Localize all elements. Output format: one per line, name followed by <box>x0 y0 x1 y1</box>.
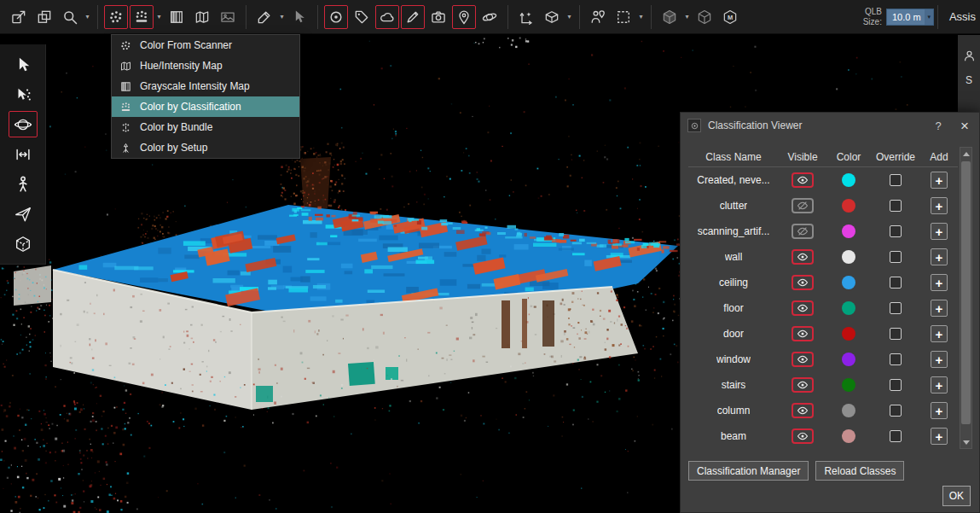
ok-button[interactable]: OK <box>942 486 971 506</box>
override-checkbox[interactable] <box>890 174 902 186</box>
visibility-toggle[interactable] <box>792 172 814 188</box>
cloud-button[interactable] <box>375 5 399 29</box>
reload-classes-button[interactable]: Reload Classes <box>815 461 904 481</box>
hue-map-button[interactable] <box>190 5 214 29</box>
visibility-toggle[interactable] <box>792 377 814 393</box>
scrollbar-track[interactable] <box>960 160 971 436</box>
visibility-toggle[interactable] <box>792 352 814 367</box>
panel-titlebar[interactable]: Classification Viewer ? × <box>681 113 979 138</box>
add-button[interactable]: + <box>931 402 948 419</box>
grayscale-map-button[interactable] <box>165 5 188 29</box>
duplicate-view-button[interactable] <box>32 5 56 29</box>
add-button[interactable]: + <box>931 376 948 393</box>
pick-cursor-button[interactable] <box>287 5 311 29</box>
color-swatch[interactable] <box>842 199 855 213</box>
scroll-up-button[interactable] <box>960 148 971 160</box>
chevron-down-icon[interactable]: ▾ <box>84 13 91 20</box>
visibility-toggle[interactable] <box>792 326 814 341</box>
menu-item-grayscale-map[interactable]: Grayscale Intensity Map <box>112 76 299 96</box>
location-pin-button[interactable] <box>452 5 476 29</box>
visibility-toggle[interactable] <box>792 249 814 265</box>
visibility-toggle[interactable] <box>792 300 814 316</box>
import-project-button[interactable] <box>7 5 31 29</box>
menu-item-color-by-setup[interactable]: Color by Setup <box>112 137 299 158</box>
tag-button[interactable] <box>350 5 374 29</box>
visibility-toggle[interactable] <box>792 403 814 418</box>
menu-item-color-from-scanner[interactable]: Color From Scanner <box>112 35 299 55</box>
zoom-button[interactable] <box>58 5 82 29</box>
chevron-down-icon[interactable]: ▾ <box>683 13 691 20</box>
selection-box-button[interactable] <box>612 5 635 29</box>
chevron-down-icon[interactable]: ▾ <box>565 13 573 20</box>
add-button[interactable]: + <box>931 274 948 291</box>
add-button[interactable]: + <box>931 300 948 317</box>
pan-button[interactable] <box>9 141 38 167</box>
visibility-toggle[interactable] <box>792 224 814 239</box>
color-swatch[interactable] <box>842 173 855 187</box>
coordinate-axes-button[interactable] <box>514 5 538 29</box>
add-button[interactable]: + <box>931 223 948 240</box>
user-icon[interactable] <box>962 49 977 63</box>
color-swatch[interactable] <box>842 301 855 315</box>
pano-image-button[interactable] <box>216 5 240 29</box>
scroll-down-button[interactable] <box>960 436 971 448</box>
color-by-classification-button[interactable] <box>130 5 154 29</box>
help-button[interactable]: ? <box>930 120 947 132</box>
marker-pen-button[interactable] <box>252 5 276 29</box>
override-checkbox[interactable] <box>890 379 902 391</box>
target-button[interactable] <box>324 5 348 29</box>
color-swatch[interactable] <box>842 250 855 264</box>
cube-outline-button[interactable] <box>693 5 716 29</box>
orbit-tool-button[interactable] <box>478 5 502 29</box>
menu-item-color-by-classification[interactable]: Color by Classification <box>112 96 299 117</box>
add-button[interactable]: + <box>931 428 948 445</box>
scrollbar[interactable] <box>960 147 972 449</box>
orbit-navigation-button[interactable] <box>9 111 38 137</box>
add-button[interactable]: + <box>931 325 948 342</box>
override-checkbox[interactable] <box>890 353 902 365</box>
color-swatch[interactable] <box>842 429 855 443</box>
clip-grid-button[interactable] <box>540 5 564 29</box>
override-checkbox[interactable] <box>890 277 902 289</box>
close-button[interactable]: × <box>954 119 976 133</box>
add-button[interactable]: + <box>931 248 948 265</box>
annotate-pen-button[interactable] <box>401 5 425 29</box>
color-swatch[interactable] <box>842 378 855 392</box>
override-checkbox[interactable] <box>890 200 902 212</box>
multi-select-arrow-button[interactable] <box>9 81 38 108</box>
visibility-toggle[interactable] <box>792 428 814 444</box>
add-button[interactable]: + <box>931 197 948 214</box>
walkthrough-person-button[interactable] <box>9 171 38 197</box>
override-checkbox[interactable] <box>890 405 902 417</box>
user-position-button[interactable] <box>586 5 610 29</box>
scrollbar-thumb[interactable] <box>961 161 971 424</box>
clipping-box-button[interactable] <box>9 230 38 257</box>
chevron-down-icon[interactable]: ▾ <box>155 13 163 20</box>
camera-button[interactable] <box>426 5 450 29</box>
view-cube-button[interactable] <box>658 5 681 29</box>
qlb-size-dropdown[interactable]: 10.0 m ▾ <box>886 9 934 26</box>
menu-item-color-by-bundle[interactable]: Color by Bundle <box>112 117 299 137</box>
color-swatch[interactable] <box>842 404 855 417</box>
chevron-down-icon[interactable]: ▾ <box>925 9 933 25</box>
chevron-down-icon[interactable]: ▾ <box>278 13 286 20</box>
add-button[interactable]: + <box>931 351 948 368</box>
menu-item-hue-map[interactable]: Hue/Intensity Map <box>112 55 299 76</box>
override-checkbox[interactable] <box>890 251 902 263</box>
color-swatch[interactable] <box>842 327 855 341</box>
select-arrow-button[interactable] <box>9 51 38 78</box>
classification-manager-button[interactable]: Classification Manager <box>688 461 809 481</box>
color-swatch[interactable] <box>842 353 855 366</box>
override-checkbox[interactable] <box>890 225 902 237</box>
color-from-scanner-button[interactable] <box>104 5 128 29</box>
add-button[interactable]: + <box>931 172 948 189</box>
override-checkbox[interactable] <box>890 302 902 314</box>
cube-m-button[interactable] <box>718 5 742 29</box>
color-swatch[interactable] <box>842 276 855 289</box>
override-checkbox[interactable] <box>890 328 902 340</box>
chevron-down-icon[interactable]: ▾ <box>637 13 645 20</box>
visibility-toggle[interactable] <box>792 198 814 213</box>
fly-plane-button[interactable] <box>9 201 38 227</box>
visibility-toggle[interactable] <box>792 275 814 290</box>
override-checkbox[interactable] <box>890 430 902 442</box>
